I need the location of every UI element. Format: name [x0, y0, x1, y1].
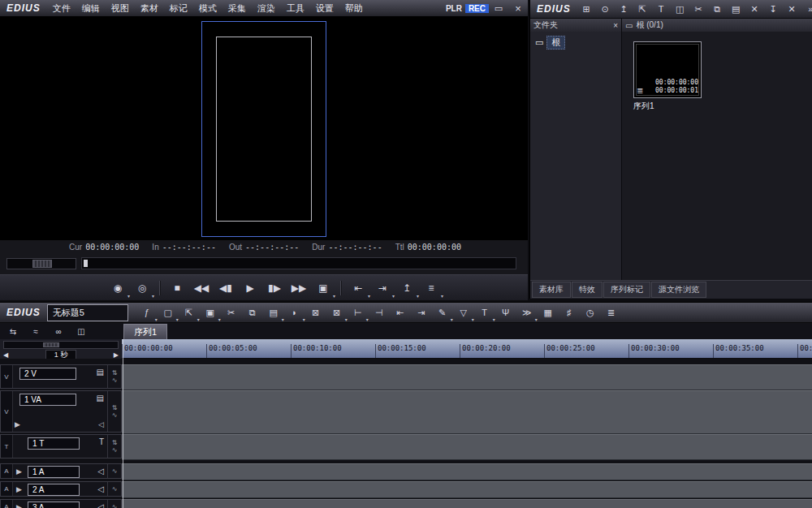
- window-layout-button[interactable]: ▭: [490, 2, 508, 15]
- edit-monitor-icon[interactable]: ◫: [672, 2, 689, 16]
- track-header-1va[interactable]: V 1 VA ▤ ▶ ◁ ⇅∿: [0, 390, 122, 433]
- previous-frame-button[interactable]: ◀▮: [214, 279, 237, 297]
- track-lane-2a[interactable]: [122, 481, 812, 498]
- track-mixer-3a[interactable]: ∿: [107, 500, 121, 508]
- zoom-out-arrow-icon[interactable]: ◀: [3, 351, 8, 359]
- menu-item[interactable]: 文件: [47, 2, 76, 15]
- track-patch-2a[interactable]: A: [1, 482, 13, 496]
- menu-item[interactable]: 帮助: [339, 2, 369, 15]
- marker-button[interactable]: ▽▾: [454, 305, 473, 321]
- track-lane-2v[interactable]: [122, 364, 812, 390]
- cut-icon[interactable]: ✂: [690, 2, 707, 16]
- title-tool-button[interactable]: T▾: [475, 305, 495, 321]
- goto-marker-button[interactable]: ↥▾: [395, 279, 418, 297]
- display-mode-button[interactable]: ▣▾: [312, 279, 335, 297]
- delete-icon[interactable]: ✕: [746, 2, 763, 16]
- save-button[interactable]: ▣▾: [201, 305, 220, 321]
- remove-cut-point-button[interactable]: ⊣: [369, 305, 389, 321]
- move-up-icon[interactable]: ↥: [615, 2, 633, 16]
- speaker-icon[interactable]: ◁: [97, 503, 104, 508]
- track-mixer-1a[interactable]: ∿: [107, 464, 121, 478]
- ripple-mode-button[interactable]: ≈: [27, 325, 45, 338]
- track-patch-1va[interactable]: V: [1, 391, 13, 432]
- track-lane-3a[interactable]: [122, 499, 812, 508]
- menu-item[interactable]: 素材: [135, 2, 164, 15]
- default-transition-button[interactable]: ◗▾: [285, 305, 304, 321]
- mixer-button[interactable]: ♯: [559, 305, 579, 321]
- speaker-icon[interactable]: ◁: [97, 485, 104, 493]
- add-title-icon[interactable]: T: [653, 2, 670, 16]
- speaker-icon[interactable]: ◁: [98, 420, 104, 428]
- fast-forward-button[interactable]: ▶▶: [287, 279, 310, 297]
- track-mixer-2a[interactable]: ∿: [107, 482, 121, 496]
- track-header-2a[interactable]: A ▶ 2 A ◁ ∿: [0, 481, 122, 497]
- next-frame-button[interactable]: ▮▶: [263, 279, 286, 297]
- zoom-slider[interactable]: [3, 341, 119, 349]
- clock-button[interactable]: ◷: [581, 305, 600, 321]
- tab-bin[interactable]: 素材库: [532, 282, 571, 298]
- track-lane-1a[interactable]: [122, 463, 812, 480]
- track-label-1a[interactable]: 1 A: [28, 466, 80, 478]
- timeline-playhead[interactable]: [123, 339, 123, 508]
- rec-indicator[interactable]: REC: [465, 4, 489, 13]
- open-button[interactable]: ⇱▾: [179, 305, 199, 321]
- title-track-icon[interactable]: T: [99, 438, 104, 446]
- tab-sequence-marker[interactable]: 序列标记: [603, 282, 650, 298]
- new-sequence-button[interactable]: ▢▾: [158, 305, 178, 321]
- zoom-slider-grip[interactable]: [43, 342, 59, 347]
- sync-button[interactable]: ≫▾: [517, 305, 537, 321]
- track-patch-1a[interactable]: A: [1, 464, 13, 478]
- menu-item[interactable]: 采集: [222, 2, 252, 15]
- tab-effects[interactable]: 特效: [572, 282, 603, 298]
- video-thumbnail-icon[interactable]: ▤: [97, 394, 104, 403]
- expand-track-icon[interactable]: ▶: [16, 468, 22, 476]
- track-mixer-1t[interactable]: ⇅∿: [107, 435, 121, 458]
- insert-overwrite-mode-button[interactable]: ⇆: [4, 325, 22, 338]
- bin-clip-item[interactable]: ≣ 00:00:00:00 00:00:00:01 序列1: [633, 41, 703, 112]
- menu-item[interactable]: 渲染: [252, 2, 281, 15]
- track-header-3a[interactable]: A ▶ 3 A ◁ ∿: [0, 499, 122, 508]
- cut-button[interactable]: ✂: [222, 305, 241, 321]
- track-lane-1va[interactable]: [122, 390, 812, 434]
- new-folder-icon[interactable]: ⊞: [578, 2, 595, 16]
- track-header-1a[interactable]: A ▶ 1 A ◁ ∿: [0, 463, 122, 479]
- bin-overflow-icon[interactable]: »: [802, 2, 812, 16]
- copy-button[interactable]: ⧉: [243, 305, 262, 321]
- delete-options-button[interactable]: ⊠▾: [327, 305, 347, 321]
- timeline-ruler[interactable]: 00:00:00:0000:00:05:0000:00:10:0000:00:1…: [122, 339, 812, 359]
- export-icon[interactable]: ⇱: [634, 2, 651, 16]
- stop-button[interactable]: ■: [166, 279, 188, 297]
- ripple-delete-button[interactable]: ⊠: [306, 305, 326, 321]
- play-button[interactable]: ▶: [239, 279, 261, 297]
- track-label-3a[interactable]: 3 A: [28, 502, 80, 508]
- shuttle-control-button[interactable]: ◎▾: [131, 279, 153, 297]
- folder-tree-item-root[interactable]: ▭ 根: [535, 36, 616, 50]
- pen-tool-button[interactable]: ✎▾: [433, 305, 452, 321]
- bin-close-icon[interactable]: ✕: [784, 2, 801, 16]
- expand-track-icon[interactable]: ▶: [16, 486, 22, 493]
- expand-track-icon[interactable]: ▶: [15, 420, 20, 428]
- settings-button[interactable]: ≣: [602, 305, 621, 321]
- seek-position-marker[interactable]: [84, 260, 88, 267]
- voiceover-button[interactable]: Ψ: [496, 305, 516, 321]
- shuttle-slider-grip[interactable]: [32, 260, 52, 268]
- track-mixer-1va[interactable]: ⇅∿: [107, 391, 121, 432]
- track-header-1t[interactable]: T 1 T T ⇅∿: [0, 434, 122, 458]
- goto-in-button[interactable]: ⇤▾: [347, 279, 369, 297]
- sync-lock-button[interactable]: ∞: [50, 325, 67, 338]
- track-label-1t[interactable]: 1 T: [28, 437, 80, 450]
- effects-button[interactable]: ƒ▾: [137, 305, 157, 321]
- plr-indicator[interactable]: PLR: [443, 4, 465, 13]
- jog-control-button[interactable]: ◉▾: [106, 279, 129, 297]
- menu-item[interactable]: 设置: [310, 2, 339, 15]
- track-patch-3a[interactable]: A: [1, 500, 13, 508]
- shuttle-slider[interactable]: [6, 258, 76, 269]
- sequence-tab[interactable]: 序列1: [123, 324, 167, 339]
- track-label-1va[interactable]: 1 VA: [19, 394, 76, 406]
- project-title-field[interactable]: 无标题5: [47, 304, 128, 321]
- menu-item[interactable]: 工具: [281, 2, 310, 15]
- timeline-lanes[interactable]: [122, 359, 812, 508]
- track-patch-2v[interactable]: V: [1, 365, 13, 388]
- track-label-2v[interactable]: 2 V: [19, 368, 76, 380]
- track-header-2v[interactable]: V 2 V ▤ ⇅∿: [0, 364, 122, 389]
